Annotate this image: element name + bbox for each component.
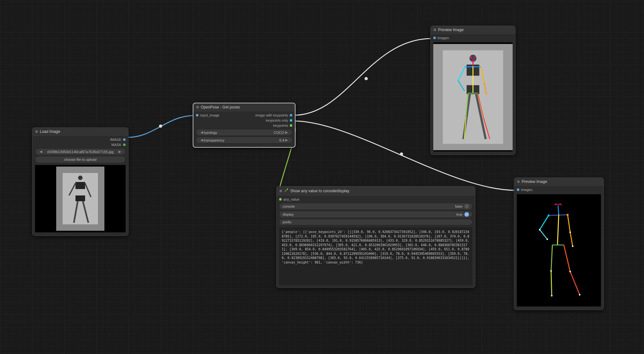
status-dot [434, 29, 436, 31]
transparency-widget[interactable]: ◀ transparency 0.4 ▶ [196, 137, 292, 143]
input-label: any_value [283, 197, 299, 201]
svg-point-0 [159, 125, 162, 128]
image-preview [433, 42, 513, 151]
display-toggle[interactable]: display true [279, 211, 472, 218]
widget-value: 0.4 [279, 138, 284, 142]
filename-value: d1f38b13050d1140caf07a7636d27155.jpg [47, 150, 114, 154]
upload-button[interactable]: choose file to upload [35, 156, 126, 163]
input-label: images [437, 36, 449, 40]
typology-widget[interactable]: ◀ typology COCO ▶ [196, 129, 292, 136]
input-port-any-value[interactable] [279, 198, 282, 201]
output-label: IMAGE [110, 138, 121, 142]
svg-point-55 [572, 246, 574, 247]
widget-label: display [283, 212, 294, 216]
chevron-right-icon[interactable]: ▶ [284, 138, 289, 142]
widget-label: typology [204, 131, 274, 134]
input-port-images[interactable] [517, 188, 519, 191]
svg-line-39 [549, 215, 568, 215]
output-port-image-kp[interactable] [290, 114, 292, 117]
svg-point-2 [400, 152, 403, 156]
input-label: input_image [200, 113, 219, 117]
node-show-value[interactable]: Show any value to console/display any_va… [276, 186, 475, 288]
node-header[interactable]: Preview Image [514, 178, 604, 186]
svg-point-32 [474, 56, 476, 58]
input-port-images[interactable] [433, 37, 436, 39]
input-label: images [521, 188, 532, 192]
widget-value: true [456, 212, 463, 216]
chevron-left-icon[interactable]: ◀ [39, 150, 43, 154]
svg-point-52 [539, 229, 541, 230]
output-label: keypoints only [266, 118, 288, 122]
output-text[interactable]: {'people': [{'pose_keypoints_2d': [[[330… [279, 227, 472, 285]
svg-point-54 [569, 231, 571, 233]
status-dot [517, 180, 520, 183]
node-title: Preview Image [438, 28, 463, 32]
output-port-kp-only[interactable] [290, 119, 292, 122]
status-dot [196, 106, 199, 108]
svg-rect-6 [75, 182, 85, 189]
svg-point-59 [579, 294, 580, 296]
image-preview [35, 165, 126, 232]
output-port-mask[interactable] [123, 143, 126, 146]
node-header[interactable]: Load Image [32, 128, 128, 136]
prefix-input[interactable]: prefix [279, 219, 472, 225]
svg-point-1 [365, 77, 368, 80]
node-header[interactable]: Preview Image [431, 26, 515, 34]
node-preview-image-1[interactable]: Preview Image images [430, 26, 516, 155]
input-port-image[interactable] [196, 114, 198, 117]
toggle-indicator [464, 204, 469, 209]
chevron-left-icon[interactable]: ◀ [199, 138, 204, 142]
node-header[interactable]: Show any value to console/display [277, 186, 475, 195]
node-openpose[interactable]: OpenPose - Get poses input_image image w… [193, 103, 296, 148]
widget-label: transparency [204, 138, 279, 142]
svg-point-37 [560, 204, 561, 205]
svg-line-49 [551, 271, 552, 296]
output-label: keypoints [273, 124, 288, 127]
status-dot [279, 190, 282, 192]
node-title: OpenPose - Get poses [201, 105, 240, 109]
svg-line-38 [558, 206, 559, 215]
svg-point-5 [78, 176, 83, 180]
status-dot [35, 130, 38, 133]
image-preview [517, 194, 601, 307]
filename-widget[interactable]: ◀ d1f38b13050d1140caf07a7636d27155.jpg ▶ [35, 148, 126, 155]
output-label: image with keypoints [255, 113, 288, 117]
chevron-right-icon[interactable]: ▶ [284, 130, 289, 134]
node-header[interactable]: OpenPose - Get poses [193, 103, 295, 111]
node-title: Preview Image [522, 179, 547, 184]
node-title: Load Image [40, 129, 60, 134]
output-label: MASK [111, 143, 121, 147]
svg-point-34 [287, 189, 288, 190]
svg-rect-7 [75, 195, 85, 201]
toggle-indicator [464, 212, 469, 217]
console-toggle[interactable]: console false [279, 203, 472, 210]
svg-point-56 [550, 270, 552, 272]
svg-point-57 [551, 295, 552, 297]
widget-label: console [283, 204, 295, 208]
widget-label: prefix [283, 220, 291, 224]
node-title: Show any value to console/display [290, 189, 349, 193]
svg-point-36 [555, 204, 556, 205]
widget-value: false [455, 204, 463, 208]
output-port-image[interactable] [123, 138, 126, 141]
wand-icon [284, 188, 288, 194]
output-port-keypoints[interactable] [290, 124, 292, 127]
widget-value: COCO [274, 131, 284, 134]
svg-point-58 [569, 271, 571, 272]
svg-point-31 [470, 56, 472, 58]
chevron-left-icon[interactable]: ◀ [199, 130, 204, 134]
svg-point-53 [546, 238, 548, 240]
node-load-image[interactable]: Load Image IMAGE MASK ◀ d1f38b13050d1140… [32, 127, 128, 236]
chevron-right-icon[interactable]: ▶ [118, 150, 122, 154]
svg-line-33 [285, 189, 287, 192]
node-preview-image-2[interactable]: Preview Image images [514, 177, 604, 310]
